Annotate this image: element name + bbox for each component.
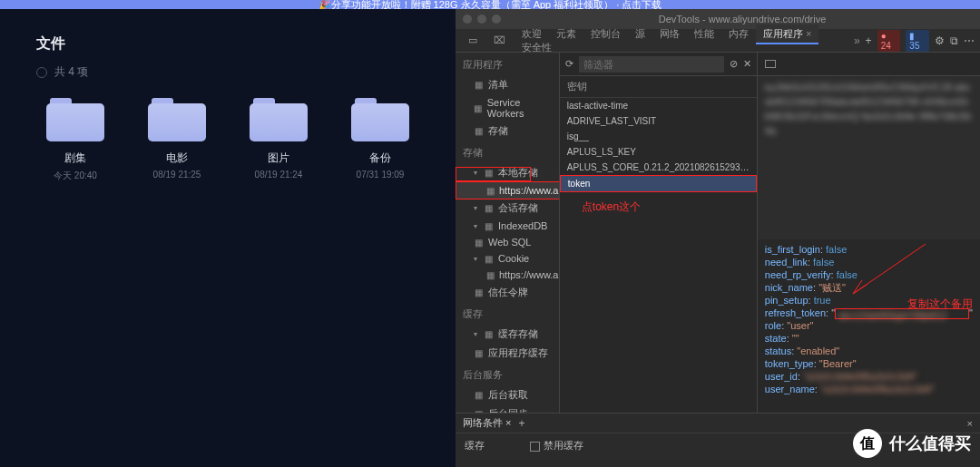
fetch-icon: ▦: [474, 390, 484, 400]
close-dot[interactable]: [463, 15, 472, 24]
window-controls[interactable]: [463, 15, 501, 24]
sidebar-item[interactable]: ▦后台同步: [456, 404, 559, 413]
storage-keys-panel: ⟳ ⊘ ✕ 密钥 last-active-timeADRIVE_LAST_VIS…: [560, 53, 758, 413]
value-column-header: [758, 53, 980, 76]
json-property-row[interactable]: user_id: "a1b2c3d4e5f6a1b2c3d4": [765, 370, 973, 383]
json-value-viewer[interactable]: is_first_login: falseneed_link: falsenee…: [758, 239, 980, 413]
add-tab-icon[interactable]: +: [866, 34, 872, 47]
reload-icon[interactable]: ⟳: [565, 58, 573, 70]
db-icon: ▦: [474, 238, 484, 248]
sidebar-item[interactable]: ▦https://www.aliyundrive.: [456, 267, 559, 283]
expand-icon[interactable]: ▾: [474, 330, 477, 338]
sidebar-item-label: 本地存储: [498, 166, 538, 180]
storage-key-row[interactable]: last-active-time: [560, 98, 757, 113]
folder-date: 今天 20:40: [54, 170, 97, 182]
sidebar-item[interactable]: ▾▦本地存储: [456, 163, 559, 182]
expand-icon[interactable]: ▾: [474, 204, 477, 212]
folder-name: 备份: [369, 151, 391, 166]
watermark-text: 什么值得买: [889, 433, 971, 454]
json-property-row[interactable]: need_link: false: [765, 256, 973, 268]
sidebar-item[interactable]: ▦存储: [456, 122, 559, 141]
storage-toolbar: ⟳ ⊘ ✕: [560, 53, 757, 76]
disable-cache-checkbox[interactable]: 禁用缓存: [530, 439, 583, 452]
json-property-row[interactable]: is_first_login: false: [765, 243, 973, 256]
storage-key-row[interactable]: isg__: [560, 129, 757, 144]
application-sidebar: 应用程序▦清单▦Service Workers▦存储存储▾▦本地存储▦https…: [456, 53, 560, 413]
sidebar-item[interactable]: ▾▦IndexedDB: [456, 218, 559, 234]
close-icon[interactable]: ×: [806, 28, 811, 39]
sidebar-item[interactable]: ▾▦Cookie: [456, 250, 559, 267]
folder-item[interactable]: 图片 08/19 21:24: [245, 98, 312, 182]
close-icon[interactable]: ×: [505, 417, 511, 428]
drawer-tab-network-conditions[interactable]: 网络条件 ×: [463, 416, 512, 430]
clear-icon[interactable]: ✕: [743, 58, 751, 70]
info-badge[interactable]: ▮ 35: [906, 30, 929, 52]
sidebar-item-label: https://www.aliyundrive.: [499, 185, 560, 196]
globe-icon: ▦: [486, 270, 495, 280]
gear-icon[interactable]: ⚙: [935, 34, 945, 47]
sidebar-item[interactable]: ▦后台获取: [456, 385, 559, 404]
storage-key-row[interactable]: token: [560, 175, 757, 192]
devtools-tab[interactable]: 应用程序×: [756, 24, 818, 44]
kebab-icon[interactable]: ⋯: [964, 34, 975, 47]
chevron-icon[interactable]: »: [854, 34, 860, 47]
select-all-radio[interactable]: [36, 67, 47, 78]
devtools-tab[interactable]: 控制台: [583, 24, 628, 43]
expand-icon[interactable]: ▾: [474, 222, 477, 230]
key-column-header: 密钥: [560, 76, 757, 98]
sidebar-item[interactable]: ▦应用程序缓存: [456, 344, 559, 363]
storage-key-row[interactable]: ADRIVE_LAST_VISIT: [560, 113, 757, 129]
json-property-row[interactable]: status: "enabled": [765, 345, 973, 357]
filter-input[interactable]: [579, 56, 724, 73]
json-property-row[interactable]: state: "": [765, 332, 973, 345]
sidebar-item[interactable]: ▦信任令牌: [456, 283, 559, 302]
sidebar-item[interactable]: ▦Web SQL: [456, 234, 559, 250]
item-count-row: 共 4 项: [0, 64, 456, 98]
min-dot[interactable]: [477, 15, 486, 24]
db-icon: ▦: [484, 329, 494, 339]
dock-icon[interactable]: ⧉: [950, 34, 958, 47]
checkbox-icon[interactable]: [530, 442, 540, 452]
annotation-text: 复制这个备用: [907, 297, 973, 310]
page-title: 文件: [0, 9, 456, 64]
json-property-row[interactable]: token_type: "Bearer": [765, 357, 973, 370]
json-property-row[interactable]: need_rp_verify: false: [765, 268, 973, 281]
sidebar-item[interactable]: ▾▦会话存储: [456, 199, 559, 218]
devtools-tab[interactable]: 内存: [721, 24, 756, 43]
sidebar-item[interactable]: ▦Service Workers: [456, 94, 559, 122]
device-icon[interactable]: ⌧: [486, 31, 513, 50]
sidebar-item[interactable]: ▾▦缓存存储: [456, 325, 559, 344]
storage-key-row[interactable]: APLUS_S_CORE_0.21.2_20210826152937_21b96…: [560, 160, 757, 175]
json-property-row[interactable]: user_name: "a1b2c3d4e5f6a1b2c3d4": [765, 383, 973, 395]
devtools-tab[interactable]: 网络: [652, 24, 687, 43]
storage-key-row[interactable]: APLUS_LS_KEY: [560, 144, 757, 160]
list-icon: ▦: [474, 80, 484, 90]
folder-date: 08/19 21:25: [153, 170, 201, 180]
folder-item[interactable]: 电影 08/19 21:25: [143, 98, 211, 182]
devtools-tab[interactable]: 源: [628, 24, 652, 43]
sidebar-item-label: Cookie: [498, 253, 529, 264]
json-property-row[interactable]: role: "user": [765, 319, 973, 332]
inspect-icon[interactable]: ▭: [461, 31, 485, 50]
block-icon[interactable]: ⊘: [730, 58, 738, 70]
max-dot[interactable]: [492, 15, 501, 24]
folder-item[interactable]: 备份 07/31 19:09: [347, 98, 414, 182]
promo-banner[interactable]: 🎉分享功能开放啦！附赠 128G 永久容量（需至 App 福利社领取） · 点击…: [0, 0, 980, 9]
sidebar-section-heading: 存储: [456, 141, 559, 163]
sidebar-item-label: 存储: [488, 124, 508, 138]
error-badge[interactable]: ● 24: [877, 30, 901, 52]
devtools-tab[interactable]: 性能: [687, 24, 721, 43]
add-drawer-tab-icon[interactable]: +: [519, 417, 525, 430]
json-property-row[interactable]: nick_name: "贼送": [765, 281, 973, 294]
sidebar-item[interactable]: ▦https://www.aliyundrive.: [456, 182, 559, 199]
sidebar-item-label: https://www.aliyundrive.: [499, 269, 560, 280]
watermark: 值 什么值得买: [853, 429, 971, 458]
drawer-close-icon[interactable]: ×: [967, 418, 973, 429]
folder-icon: [148, 98, 206, 141]
sidebar-item[interactable]: ▦清单: [456, 75, 559, 94]
sidebar-item-label: 清单: [488, 78, 508, 92]
folder-item[interactable]: 剧集 今天 20:40: [42, 98, 109, 182]
expand-icon[interactable]: ▾: [474, 255, 477, 263]
expand-icon[interactable]: ▾: [474, 169, 477, 177]
file-browser: 文件 共 4 项 剧集 今天 20:40 电影 08/19 21:25 图片 0…: [0, 9, 456, 467]
